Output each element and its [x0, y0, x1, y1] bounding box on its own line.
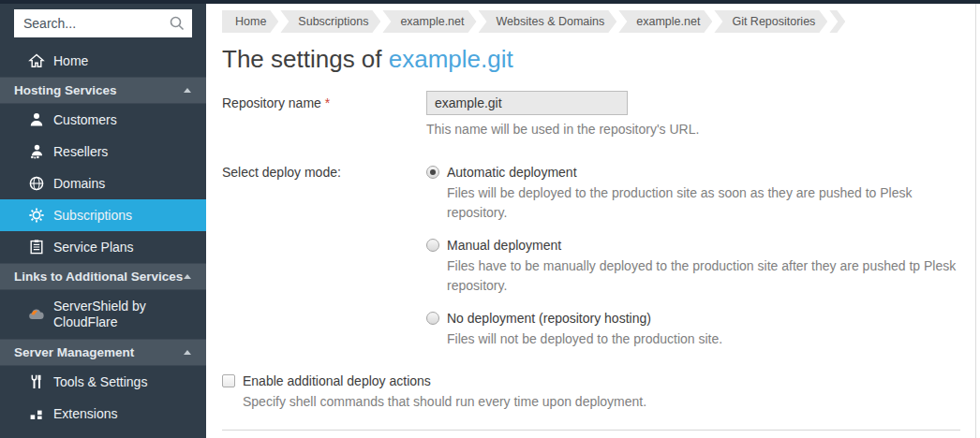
top-border-strip	[0, 0, 980, 4]
radio-label: Automatic deployment	[447, 165, 577, 180]
sidebar-item-tools-settings[interactable]: Tools & Settings	[0, 366, 206, 398]
search-box	[14, 9, 192, 37]
required-asterisk: *	[325, 95, 330, 110]
sidebar-item-customers[interactable]: Customers	[0, 104, 206, 136]
main-content: Home Subscriptions example.net Websites …	[206, 4, 980, 438]
checkbox-icon[interactable]	[222, 374, 235, 387]
enable-deploy-actions-row[interactable]: Enable additional deploy actions	[222, 373, 960, 388]
sidebar-item-label: Home	[53, 53, 88, 68]
sidebar-item-label: Customers	[53, 112, 117, 127]
scrollbar-edge-line	[975, 4, 976, 438]
label-text: Repository name	[222, 95, 321, 110]
resellers-icon	[28, 143, 45, 160]
customers-icon	[28, 111, 45, 128]
search-icon[interactable]	[169, 15, 186, 32]
deploy-option-automatic: Automatic deployment Files will be deplo…	[426, 165, 960, 223]
breadcrumb-item-example-net[interactable]: example.net	[382, 10, 476, 33]
sidebar-item-label: Extensions	[53, 406, 117, 421]
sidebar-item-label: Service Plans	[53, 240, 134, 255]
sidebar-item-label: Resellers	[53, 144, 108, 159]
sidebar-item-resellers[interactable]: Resellers	[0, 136, 206, 168]
breadcrumb-item-git-repositories[interactable]: Git Repositories	[714, 10, 827, 33]
radio-description: Files have to be manually deployed to th…	[447, 256, 960, 296]
collapse-arrow-icon	[184, 88, 191, 93]
subscriptions-icon	[28, 207, 45, 224]
sidebar-item-servershield[interactable]: ServerShield by CloudFlare	[0, 290, 206, 339]
breadcrumb-end-arrow	[829, 10, 845, 33]
sidebar-item-label: Tools & Settings	[53, 374, 147, 389]
sidebar-item-home[interactable]: Home	[0, 45, 206, 77]
sidebar-section-label: Hosting Services	[14, 83, 117, 97]
repository-name-row: Repository name * This name will be used…	[222, 91, 960, 137]
deploy-mode-row: Select deploy mode: Automatic deployment…	[222, 160, 960, 364]
repository-name-input[interactable]	[426, 91, 628, 115]
search-input[interactable]	[14, 9, 192, 37]
page-title-repo-link[interactable]: example.git	[389, 45, 513, 73]
sidebar-item-subscriptions[interactable]: Subscriptions	[0, 199, 206, 231]
no-deployment-radio-row[interactable]: No deployment (repository hosting)	[426, 311, 960, 326]
sidebar-item-label: Domains	[53, 176, 105, 191]
breadcrumb-item-example-net-2[interactable]: example.net	[618, 10, 712, 33]
repository-name-control: This name will be used in the repository…	[426, 91, 960, 137]
radio-button-icon[interactable]	[426, 239, 439, 252]
service-plans-icon	[28, 239, 45, 256]
domains-icon	[28, 175, 45, 192]
sidebar-item-extensions[interactable]: Extensions	[0, 398, 206, 430]
manual-deployment-radio-row[interactable]: Manual deployment	[426, 238, 960, 253]
deploy-option-manual: Manual deployment Files have to be manua…	[426, 238, 960, 296]
page-title: The settings of example.git	[222, 45, 960, 74]
deploy-mode-label: Select deploy mode:	[222, 160, 426, 364]
extensions-icon	[28, 405, 45, 422]
footer-divider	[222, 430, 960, 431]
sidebar-section-label: Server Management	[14, 345, 134, 359]
sidebar-section-links-additional-services[interactable]: Links to Additional Services	[0, 263, 206, 290]
deploy-option-none: No deployment (repository hosting) Files…	[426, 311, 960, 349]
breadcrumb-item-websites-domains[interactable]: Websites & Domains	[479, 10, 617, 33]
sidebar-item-service-plans[interactable]: Service Plans	[0, 231, 206, 263]
sidebar: Home Hosting Services Customers Reseller…	[0, 0, 206, 438]
automatic-deployment-radio-row[interactable]: Automatic deployment	[426, 165, 960, 180]
radio-description: Files will be deployed to the production…	[447, 183, 960, 223]
collapse-arrow-icon	[184, 274, 191, 279]
sidebar-item-label: ServerShield by CloudFlare	[53, 299, 166, 330]
radio-label: No deployment (repository hosting)	[447, 311, 651, 326]
home-icon	[28, 52, 45, 69]
radio-button-icon[interactable]	[426, 166, 439, 179]
checkbox-label: Enable additional deploy actions	[243, 373, 431, 388]
repository-name-label: Repository name *	[222, 91, 426, 137]
sidebar-section-hosting-services[interactable]: Hosting Services	[0, 77, 206, 104]
checkbox-description: Specify shell commands that should run e…	[243, 394, 960, 409]
servershield-icon	[28, 306, 45, 323]
sidebar-section-label: Links to Additional Services	[14, 270, 183, 284]
sidebar-item-domains[interactable]: Domains	[0, 168, 206, 199]
collapse-arrow-icon	[184, 350, 191, 355]
repository-name-help: This name will be used in the repository…	[426, 122, 960, 137]
radio-label: Manual deployment	[447, 238, 561, 253]
sidebar-section-server-management[interactable]: Server Management	[0, 339, 206, 366]
breadcrumb: Home Subscriptions example.net Websites …	[222, 10, 960, 33]
tools-icon	[28, 373, 45, 390]
breadcrumb-item-home[interactable]: Home	[222, 10, 278, 33]
page-title-prefix: The settings of	[222, 45, 389, 73]
deploy-mode-options: Automatic deployment Files will be deplo…	[426, 160, 960, 364]
radio-description: Files will not be deployed to the produc…	[447, 329, 960, 349]
radio-button-icon[interactable]	[426, 312, 439, 325]
sidebar-item-label: Subscriptions	[53, 208, 132, 223]
breadcrumb-item-subscriptions[interactable]: Subscriptions	[280, 10, 380, 33]
deploy-actions-section: Enable additional deploy actions Specify…	[222, 373, 960, 409]
